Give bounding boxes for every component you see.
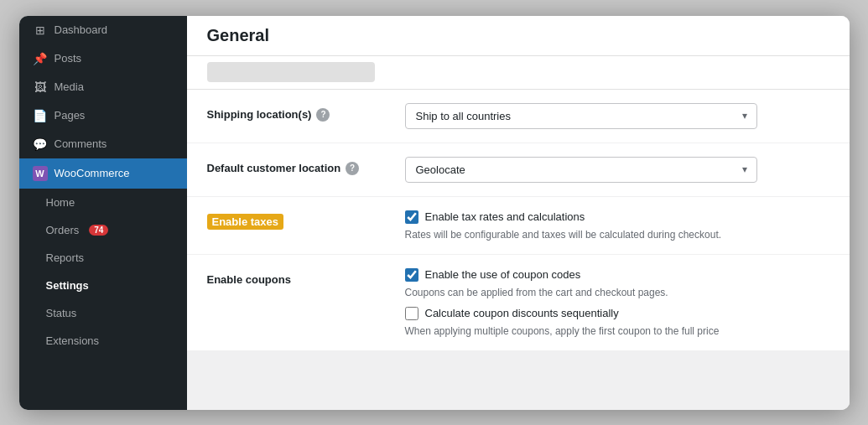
page-title: General — [207, 26, 269, 45]
shipping-location-label-col: Shipping location(s) ? — [207, 103, 392, 122]
default-customer-location-select[interactable]: No location by default Shop base address… — [405, 157, 757, 183]
enable-coupon-codes-label[interactable]: Enable the use of coupon codes — [425, 268, 581, 281]
sidebar-item-orders[interactable]: Orders 74 — [19, 216, 187, 244]
sidebar-item-label: Dashboard — [55, 23, 108, 36]
shipping-location-select[interactable]: Ship to all countries Ship to specific c… — [405, 103, 757, 129]
enable-taxes-checkbox[interactable] — [405, 210, 418, 224]
sidebar-item-extensions[interactable]: Extensions — [19, 327, 187, 355]
sequential-coupons-help-text: When applying multiple coupons, apply th… — [405, 325, 829, 337]
orders-badge: 74 — [89, 225, 108, 236]
enable-coupon-codes-checkbox[interactable] — [405, 268, 418, 282]
sequential-coupons-checkbox-row: Calculate coupon discounts sequentially — [405, 307, 829, 320]
comments-icon: 💬 — [33, 137, 48, 151]
sidebar-item-reports[interactable]: Reports — [19, 244, 187, 272]
default-customer-location-label-col: Default customer location ? — [207, 157, 392, 175]
enable-coupons-row: Enable coupons Enable the use of coupon … — [187, 255, 850, 350]
default-customer-location-select-wrapper: No location by default Shop base address… — [405, 157, 757, 183]
sidebar: ⊞ Dashboard 📌 Posts 🖼 Media 📄 Pages 💬 Co… — [19, 16, 187, 410]
sidebar-item-dashboard[interactable]: ⊞ Dashboard — [19, 16, 187, 44]
sidebar-item-status[interactable]: Status — [19, 299, 187, 327]
sidebar-item-home[interactable]: Home — [19, 189, 187, 216]
tab-placeholder — [207, 62, 375, 82]
settings-table: Shipping location(s) ? Ship to all count… — [187, 90, 850, 350]
enable-taxes-label: Enable taxes — [207, 214, 284, 230]
woo-icon: W — [33, 166, 48, 181]
sequential-coupons-label[interactable]: Calculate coupon discounts sequentially — [425, 307, 619, 319]
sidebar-item-settings[interactable]: Settings — [19, 272, 187, 299]
media-icon: 🖼 — [33, 80, 48, 94]
enable-coupons-label: Enable coupons — [207, 273, 291, 286]
extensions-label: Extensions — [46, 334, 100, 347]
default-customer-location-label: Default customer location — [207, 162, 341, 174]
sidebar-item-label: Comments — [55, 137, 107, 150]
sidebar-item-woocommerce[interactable]: W WooCommerce — [19, 158, 187, 189]
enable-taxes-row: Enable taxes Enable tax rates and calcul… — [187, 197, 850, 255]
sidebar-item-label: Pages — [55, 109, 86, 122]
enable-coupons-checkbox-row: Enable the use of coupon codes — [405, 268, 829, 282]
status-label: Status — [46, 307, 77, 319]
woo-submenu: Home Orders 74 Reports Settings Status E… — [19, 189, 187, 355]
main-content: General Shipping location(s) ? Ship to — [187, 16, 850, 410]
shipping-location-row: Shipping location(s) ? Ship to all count… — [187, 90, 850, 143]
sidebar-item-media[interactable]: 🖼 Media — [19, 73, 187, 101]
main-header: General — [187, 16, 850, 56]
dashboard-icon: ⊞ — [33, 23, 48, 37]
enable-taxes-help-text: Rates will be configurable and taxes wil… — [405, 229, 829, 241]
orders-label: Orders — [46, 224, 80, 236]
sidebar-item-posts[interactable]: 📌 Posts — [19, 44, 187, 73]
shipping-location-select-wrapper: Ship to all countries Ship to specific c… — [405, 103, 757, 129]
default-customer-location-control: No location by default Shop base address… — [405, 157, 829, 183]
sidebar-item-pages[interactable]: 📄 Pages — [19, 101, 187, 130]
default-customer-location-help-icon[interactable]: ? — [346, 162, 359, 175]
enable-coupons-help-text1: Coupons can be applied from the cart and… — [405, 287, 829, 298]
enable-coupons-control: Enable the use of coupon codes Coupons c… — [405, 268, 829, 337]
pages-icon: 📄 — [33, 109, 48, 122]
shipping-location-help-icon[interactable]: ? — [316, 108, 330, 122]
enable-taxes-checkbox-label[interactable]: Enable tax rates and calculations — [425, 210, 585, 223]
default-customer-location-row: Default customer location ? No location … — [187, 143, 850, 197]
settings-label: Settings — [46, 279, 89, 292]
shipping-location-label: Shipping location(s) — [207, 108, 312, 121]
sidebar-item-label: WooCommerce — [55, 167, 130, 179]
settings-body: Shipping location(s) ? Ship to all count… — [187, 90, 850, 410]
reports-label: Reports — [46, 251, 85, 264]
sequential-coupons-checkbox[interactable] — [405, 307, 418, 320]
enable-coupons-label-col: Enable coupons — [207, 268, 392, 286]
sidebar-item-comments[interactable]: 💬 Comments — [19, 130, 187, 158]
tab-bar — [187, 56, 850, 90]
posts-icon: 📌 — [33, 52, 48, 65]
enable-taxes-control: Enable tax rates and calculations Rates … — [405, 210, 829, 241]
home-label: Home — [46, 196, 75, 209]
sidebar-item-label: Media — [55, 80, 84, 93]
enable-taxes-label-col: Enable taxes — [207, 210, 392, 230]
enable-taxes-checkbox-row: Enable tax rates and calculations — [405, 210, 829, 224]
shipping-location-control: Ship to all countries Ship to specific c… — [405, 103, 829, 129]
sidebar-item-label: Posts — [55, 52, 82, 65]
